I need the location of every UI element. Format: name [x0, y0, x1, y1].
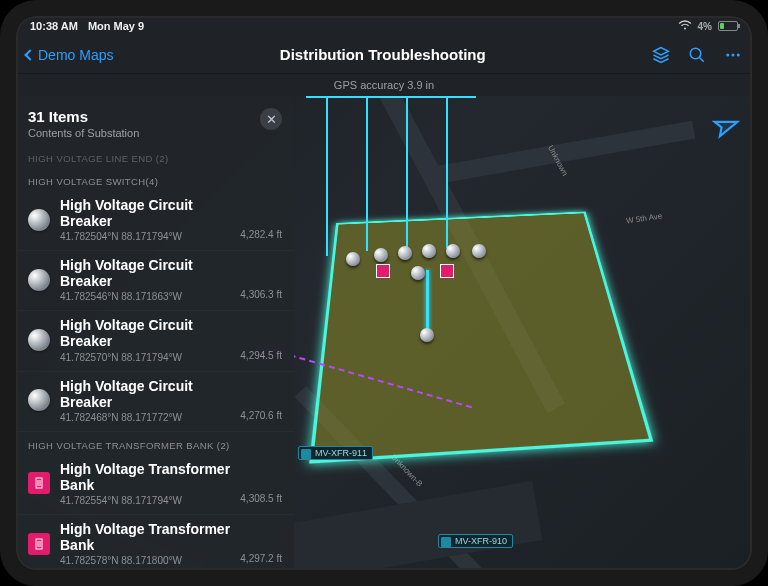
- svg-point-1: [690, 48, 701, 59]
- item-coords: 41.782504°N 88.171794°W: [60, 231, 230, 242]
- back-button[interactable]: Demo Maps: [26, 47, 113, 63]
- more-button[interactable]: [724, 46, 742, 64]
- list-item[interactable]: High Voltage Circuit Breaker41.782504°N …: [16, 191, 294, 251]
- item-title: High Voltage Circuit Breaker: [60, 197, 230, 229]
- list-item[interactable]: High Voltage Circuit Breaker41.782570°N …: [16, 311, 294, 371]
- item-title: High Voltage Transformer Bank: [60, 461, 230, 493]
- svg-point-5: [737, 53, 740, 56]
- transformer-icon: [28, 533, 50, 555]
- item-coords: 41.782546°N 88.171863°W: [60, 291, 230, 302]
- nav-bar: Demo Maps Distribution Troubleshooting: [16, 36, 752, 74]
- list-item[interactable]: High Voltage Transformer Bank41.782554°N…: [16, 455, 294, 515]
- search-button[interactable]: [688, 46, 706, 64]
- svg-line-2: [699, 57, 704, 62]
- panel-subtitle: Contents of Substation: [28, 127, 260, 139]
- breaker-icon: [28, 329, 50, 351]
- results-panel: 31 Items Contents of Substation ✕ HIGH V…: [16, 96, 294, 570]
- status-time: 10:38 AM: [30, 20, 78, 32]
- svg-point-4: [732, 53, 735, 56]
- item-distance: 4,282.4 ft: [240, 229, 282, 242]
- asset-marker[interactable]: [472, 244, 486, 258]
- item-title: High Voltage Circuit Breaker: [60, 317, 230, 349]
- transformer-marker[interactable]: [376, 264, 390, 278]
- list-item[interactable]: High Voltage Circuit Breaker41.782546°N …: [16, 251, 294, 311]
- item-distance: 4,306.3 ft: [240, 289, 282, 302]
- section-header: HIGH VOLTAGE SWITCH(4): [16, 168, 294, 191]
- svg-marker-6: [710, 113, 737, 140]
- wifi-icon: [678, 20, 692, 32]
- item-distance: 4,270.6 ft: [240, 410, 282, 423]
- svg-marker-0: [654, 47, 669, 55]
- item-coords: 41.782570°N 88.171794°W: [60, 352, 230, 363]
- road-label: W 5th Ave: [626, 212, 663, 226]
- asset-marker[interactable]: [346, 252, 360, 266]
- breaker-icon: [28, 389, 50, 411]
- panel-title: 31 Items: [28, 108, 260, 125]
- item-distance: 4,294.5 ft: [240, 350, 282, 363]
- layers-button[interactable]: [652, 46, 670, 64]
- status-date: Mon May 9: [88, 20, 144, 32]
- breaker-icon: [28, 269, 50, 291]
- asset-marker[interactable]: [374, 248, 388, 262]
- asset-marker[interactable]: [420, 328, 434, 342]
- battery-icon: [718, 21, 738, 31]
- item-title: High Voltage Circuit Breaker: [60, 378, 230, 410]
- svg-point-3: [726, 53, 729, 56]
- section-header: HIGH VOLTAGE TRANSFORMER BANK (2): [16, 432, 294, 455]
- battery-pct: 4%: [698, 21, 712, 32]
- item-title: High Voltage Circuit Breaker: [60, 257, 230, 289]
- item-coords: 41.782468°N 88.171772°W: [60, 412, 230, 423]
- list-item[interactable]: High Voltage Transformer Bank41.782578°N…: [16, 515, 294, 570]
- transformer-icon: [28, 472, 50, 494]
- back-label: Demo Maps: [38, 47, 113, 63]
- asset-marker[interactable]: [411, 266, 425, 280]
- section-header-truncated: HIGH VOLTAGE LINE END (2): [16, 145, 294, 168]
- asset-marker[interactable]: [446, 244, 460, 258]
- item-coords: 41.782578°N 88.171800°W: [60, 555, 230, 566]
- close-panel-button[interactable]: ✕: [260, 108, 282, 130]
- map-feature-label[interactable]: MV-XFR-910: [438, 534, 513, 548]
- compass-button[interactable]: [706, 110, 741, 145]
- item-distance: 4,297.2 ft: [240, 553, 282, 566]
- item-distance: 4,308.5 ft: [240, 493, 282, 506]
- gps-accuracy-bar: GPS accuracy 3.9 in: [16, 74, 752, 96]
- item-title: High Voltage Transformer Bank: [60, 521, 230, 553]
- list-item[interactable]: High Voltage Circuit Breaker41.782468°N …: [16, 372, 294, 432]
- page-title: Distribution Troubleshooting: [113, 46, 652, 63]
- transformer-marker[interactable]: [440, 264, 454, 278]
- asset-marker[interactable]: [398, 246, 412, 260]
- item-coords: 41.782554°N 88.171794°W: [60, 495, 230, 506]
- status-bar: 10:38 AM Mon May 9 4%: [16, 16, 752, 36]
- asset-marker[interactable]: [422, 244, 436, 258]
- chevron-left-icon: [24, 49, 35, 60]
- map-feature-label[interactable]: MV-XFR-911: [298, 446, 373, 460]
- breaker-icon: [28, 209, 50, 231]
